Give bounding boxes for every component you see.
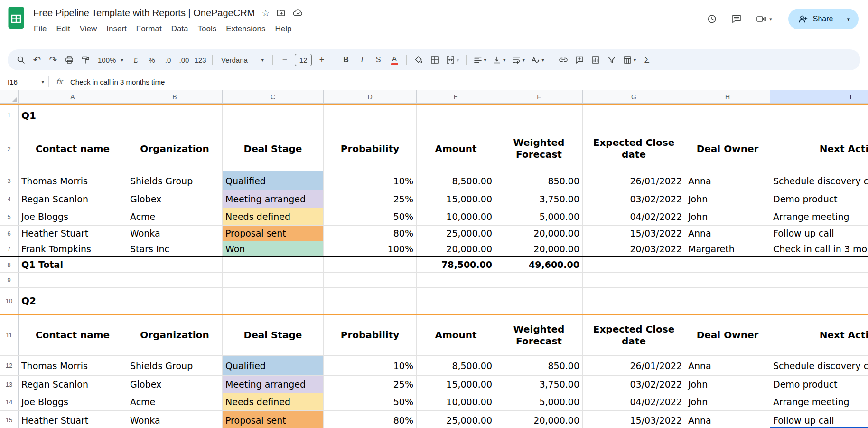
vertical-align-icon[interactable]: ▾ (490, 52, 508, 67)
cell-I10[interactable] (770, 288, 868, 314)
cell-D6[interactable]: 80% (324, 226, 417, 241)
insert-chart-icon[interactable] (588, 52, 603, 67)
row-header-3[interactable]: 3 (0, 171, 19, 190)
menu-file[interactable]: File (29, 23, 51, 35)
cell-H5[interactable]: John (685, 208, 770, 225)
cell-D2[interactable]: Probability (324, 126, 417, 171)
cell-H14[interactable]: John (685, 393, 770, 410)
row-header-5[interactable]: 5 (0, 208, 19, 225)
cell-F7[interactable]: 20,000.00 (495, 241, 583, 256)
version-history-icon[interactable] (707, 14, 717, 24)
cell-G14[interactable]: 04/02/2022 (583, 393, 685, 410)
row-header-11[interactable]: 11 (0, 315, 19, 355)
cell-G4[interactable]: 03/02/2022 (583, 190, 685, 208)
menu-extensions[interactable]: Extensions (221, 23, 270, 35)
row-header-9[interactable]: 9 (0, 273, 19, 287)
cell-H1[interactable] (685, 105, 770, 126)
cell-A4[interactable]: Regan Scanlon (19, 190, 127, 208)
cell-D11[interactable]: Probability (324, 315, 417, 355)
merge-cells-icon[interactable]: ▾ (443, 52, 462, 67)
cell-C5[interactable]: Needs defined (223, 208, 324, 225)
cell-B5[interactable]: Acme (127, 208, 223, 225)
column-header-G[interactable]: G (583, 90, 685, 104)
row-header-12[interactable]: 12 (0, 356, 19, 375)
cell-C1[interactable] (223, 105, 324, 126)
text-rotation-icon[interactable]: ▾ (528, 52, 547, 67)
cell-E14[interactable]: 10,000.00 (417, 393, 495, 410)
cell-I14[interactable]: Arrange meeting (770, 393, 868, 410)
cell-I7[interactable]: Check in call in 3 months time (770, 241, 868, 256)
cell-E8[interactable]: 78,500.00 (417, 257, 495, 272)
cell-A9[interactable] (19, 273, 127, 287)
cell-G15[interactable]: 15/03/2022 (583, 411, 685, 428)
column-header-A[interactable]: A (19, 90, 127, 104)
cell-C6[interactable]: Proposal sent (223, 226, 324, 241)
cell-H8[interactable] (685, 257, 770, 272)
cell-G9[interactable] (583, 273, 685, 287)
cell-F5[interactable]: 5,000.00 (495, 208, 583, 225)
cell-C11[interactable]: Deal Stage (223, 315, 324, 355)
share-button[interactable]: Share ▾ (788, 9, 859, 29)
cell-A14[interactable]: Joe Bloggs (19, 393, 127, 410)
cell-E9[interactable] (417, 273, 495, 287)
cell-B6[interactable]: Wonka (127, 226, 223, 241)
column-header-E[interactable]: E (417, 90, 495, 104)
move-folder-icon[interactable] (276, 8, 286, 18)
cell-I2[interactable]: Next Action (770, 126, 868, 171)
document-title[interactable]: Free Pipeline Template with Reports | On… (33, 8, 255, 19)
decrease-decimal-button[interactable]: .0 (160, 52, 176, 67)
menu-format[interactable]: Format (131, 23, 167, 35)
cell-C9[interactable] (223, 273, 324, 287)
cell-B4[interactable]: Globex (127, 190, 223, 208)
cell-H12[interactable]: Anna (685, 356, 770, 375)
filter-icon[interactable] (604, 52, 619, 67)
row-header-2[interactable]: 2 (0, 126, 19, 171)
row-header-6[interactable]: 6 (0, 226, 19, 241)
comments-icon[interactable] (731, 14, 742, 24)
cell-H4[interactable]: John (685, 190, 770, 208)
cell-H7[interactable]: Margareth (685, 241, 770, 256)
cell-B11[interactable]: Organization (127, 315, 223, 355)
text-wrap-icon[interactable]: ▾ (509, 52, 528, 67)
currency-format-button[interactable]: £ (128, 52, 143, 67)
cell-A6[interactable]: Heather Stuart (19, 226, 127, 241)
cell-A7[interactable]: Frank Tompkins (19, 241, 127, 256)
meet-dropdown-icon[interactable]: ▾ (769, 16, 772, 22)
strikethrough-button[interactable]: S (371, 52, 386, 67)
cell-F10[interactable] (495, 288, 583, 314)
cell-I5[interactable]: Arrange meeting (770, 208, 868, 225)
column-header-C[interactable]: C (223, 90, 324, 104)
cell-D15[interactable]: 80% (324, 411, 417, 428)
zoom-select[interactable]: 100% ▾ (94, 52, 127, 67)
cell-C13[interactable]: Meeting arranged (223, 376, 324, 393)
column-header-B[interactable]: B (127, 90, 223, 104)
sheets-logo-icon[interactable] (8, 5, 30, 31)
cell-B8[interactable] (127, 257, 223, 272)
meet-video-icon[interactable]: ▾ (756, 14, 772, 24)
cell-A1[interactable]: Q1 (19, 105, 127, 126)
cell-I1[interactable] (770, 105, 868, 126)
row-header-13[interactable]: 13 (0, 376, 19, 393)
cell-A8[interactable]: Q1 Total (19, 257, 127, 272)
cell-A12[interactable]: Thomas Morris (19, 356, 127, 375)
cell-C10[interactable] (223, 288, 324, 314)
cell-D13[interactable]: 25% (324, 376, 417, 393)
cell-E15[interactable]: 25,000.00 (417, 411, 495, 428)
cell-F11[interactable]: Weighted Forecast (495, 315, 583, 355)
decrease-font-size-button[interactable]: − (277, 52, 292, 67)
cell-F8[interactable]: 49,600.00 (495, 257, 583, 272)
font-select[interactable]: Verdana ▾ (217, 52, 268, 67)
cell-A5[interactable]: Joe Bloggs (19, 208, 127, 225)
cell-C3[interactable]: Qualified (223, 171, 324, 190)
cell-E11[interactable]: Amount (417, 315, 495, 355)
cell-I4[interactable]: Demo product (770, 190, 868, 208)
cell-F9[interactable] (495, 273, 583, 287)
bold-button[interactable]: B (338, 52, 354, 67)
cell-H11[interactable]: Deal Owner (685, 315, 770, 355)
row-header-10[interactable]: 10 (0, 288, 19, 314)
percent-format-button[interactable]: % (144, 52, 159, 67)
cell-E3[interactable]: 8,500.00 (417, 171, 495, 190)
cell-E10[interactable] (417, 288, 495, 314)
cell-C12[interactable]: Qualified (223, 356, 324, 375)
search-icon[interactable] (13, 52, 28, 67)
